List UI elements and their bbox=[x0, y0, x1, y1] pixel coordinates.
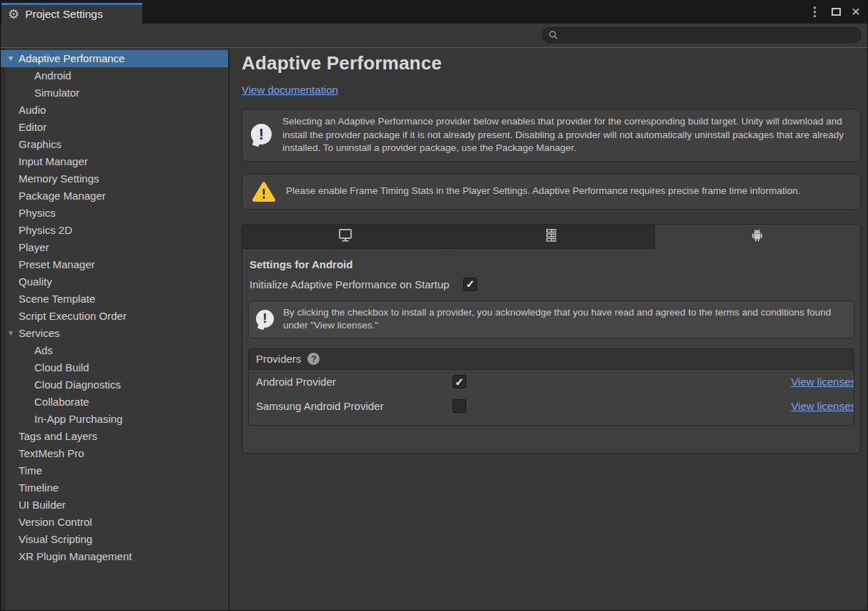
sidebar-item-label: Collaborate bbox=[34, 396, 89, 408]
foldout-arrow-icon[interactable]: ▼ bbox=[7, 50, 14, 67]
sidebar-item-label: Tags and Layers bbox=[19, 430, 97, 442]
gear-icon: ⚙ bbox=[8, 8, 19, 21]
provider-row-samsung-android-provider: Samsung Android ProviderView licenses bbox=[249, 394, 854, 419]
sidebar-item-scene-template[interactable]: Scene Template bbox=[1, 290, 228, 308]
sidebar-item-label: Physics 2D bbox=[19, 224, 72, 236]
sidebar-item-xr-plugin-management[interactable]: XR Plugin Management bbox=[1, 548, 228, 565]
initialize-startup-label: Initialize Adaptive Performance on Start… bbox=[250, 278, 449, 290]
sidebar-item-memory-settings[interactable]: Memory Settings bbox=[1, 170, 228, 187]
view-documentation-link[interactable]: View documentation bbox=[242, 84, 338, 96]
sidebar-item-label: Script Execution Order bbox=[19, 310, 127, 322]
sidebar-item-script-execution-order[interactable]: Script Execution Order bbox=[1, 308, 228, 325]
settings-detail-pane: Adaptive Performance View documentation … bbox=[230, 48, 867, 610]
tab-monitor[interactable] bbox=[242, 225, 448, 249]
sidebar-item-simulator[interactable]: Simulator bbox=[1, 84, 228, 102]
providers-section: Providers ? Android Provider✓View licens… bbox=[248, 348, 854, 426]
sidebar-item-player[interactable]: Player bbox=[1, 239, 228, 256]
sidebar-item-collaborate[interactable]: Collaborate bbox=[1, 394, 228, 411]
sidebar-item-label: Services bbox=[19, 327, 60, 339]
sidebar-item-label: Editor bbox=[19, 121, 46, 133]
sidebar-item-label: Scene Template bbox=[19, 293, 95, 305]
android-icon bbox=[749, 228, 765, 246]
sidebar-item-in-app-purchasing[interactable]: In-App Purchasing bbox=[1, 411, 228, 428]
sidebar-item-ui-builder[interactable]: UI Builder bbox=[1, 497, 228, 514]
sidebar-item-label: Quality bbox=[19, 275, 52, 288]
content-panes: ▼Adaptive PerformanceAndroidSimulatorAud… bbox=[1, 48, 867, 610]
view-licenses-link[interactable]: View licenses bbox=[791, 376, 854, 388]
sidebar-item-label: Time bbox=[19, 464, 42, 476]
sidebar-item-physics[interactable]: Physics bbox=[1, 205, 228, 222]
sidebar-item-label: Cloud Diagnostics bbox=[34, 378, 121, 391]
close-icon[interactable]: × bbox=[852, 4, 860, 19]
warning-icon bbox=[251, 180, 277, 203]
info-icon: ! bbox=[256, 310, 275, 329]
tab-android[interactable] bbox=[655, 225, 860, 249]
build-target-tabbar bbox=[242, 225, 860, 249]
sidebar-item-tags-and-layers[interactable]: Tags and Layers bbox=[1, 428, 228, 445]
sidebar-item-label: Visual Scripting bbox=[19, 533, 92, 545]
sidebar-item-ads[interactable]: Ads bbox=[1, 342, 228, 359]
sidebar-item-label: Input Manager bbox=[19, 155, 88, 167]
sidebar-item-input-manager[interactable]: Input Manager bbox=[1, 153, 228, 170]
provider-info-box: ! Selecting an Adaptive Performance prov… bbox=[242, 109, 861, 162]
sidebar-item-services[interactable]: ▼Services bbox=[1, 325, 228, 342]
help-icon[interactable]: ? bbox=[307, 353, 320, 365]
sidebar-item-android[interactable]: Android bbox=[1, 67, 228, 84]
sidebar-item-adaptive-performance[interactable]: ▼Adaptive Performance bbox=[1, 50, 228, 67]
sidebar-item-physics-2d[interactable]: Physics 2D bbox=[1, 222, 228, 239]
sidebar-item-label: Cloud Build bbox=[34, 361, 89, 373]
provider-checkbox-android-provider[interactable]: ✓ bbox=[453, 375, 466, 388]
sidebar-item-label: UI Builder bbox=[19, 499, 66, 511]
sidebar-item-version-control[interactable]: Version Control bbox=[1, 514, 228, 531]
info-icon: ! bbox=[251, 124, 273, 146]
page-title: Adaptive Performance bbox=[242, 52, 861, 74]
window-controls: ⋮ × bbox=[809, 0, 860, 24]
sidebar-item-label: Player bbox=[19, 241, 49, 253]
initialize-startup-checkbox[interactable]: ✓ bbox=[463, 278, 477, 291]
sidebar-item-label: Timeline bbox=[19, 482, 59, 494]
sidebar-item-visual-scripting[interactable]: Visual Scripting bbox=[1, 531, 228, 548]
settings-for-android-header: Settings for Android bbox=[248, 258, 854, 270]
build-target-panel: Settings for Android Initialize Adaptive… bbox=[242, 224, 861, 454]
sidebar-item-quality[interactable]: Quality bbox=[1, 273, 228, 290]
toolbar bbox=[1, 24, 867, 48]
kebab-menu-icon[interactable]: ⋮ bbox=[809, 4, 821, 19]
frame-timing-warning-text: Please enable Frame Timing Stats in the … bbox=[286, 185, 801, 198]
sidebar-item-label: Graphics bbox=[19, 138, 61, 150]
sidebar-item-label: In-App Purchasing bbox=[34, 413, 122, 425]
sidebar-item-audio[interactable]: Audio bbox=[1, 102, 228, 119]
search-box[interactable] bbox=[542, 27, 862, 43]
sidebar-item-label: Physics bbox=[19, 207, 56, 219]
sidebar-item-editor[interactable]: Editor bbox=[1, 119, 228, 136]
frame-timing-warning-box: Please enable Frame Timing Stats in the … bbox=[242, 174, 861, 210]
title-bar: ⚙ Project Settings ⋮ × bbox=[1, 0, 867, 24]
project-settings-window: ⚙ Project Settings ⋮ × ▼Adaptive Perform… bbox=[0, 0, 868, 611]
sidebar-item-graphics[interactable]: Graphics bbox=[1, 136, 228, 153]
provider-checkbox-samsung-android-provider[interactable] bbox=[453, 399, 466, 413]
view-licenses-link[interactable]: View licenses bbox=[791, 400, 854, 412]
sidebar-item-label: Android bbox=[34, 69, 71, 82]
providers-header: Providers ? bbox=[249, 349, 854, 370]
sidebar-item-preset-manager[interactable]: Preset Manager bbox=[1, 256, 228, 273]
sidebar-item-cloud-diagnostics[interactable]: Cloud Diagnostics bbox=[1, 376, 228, 394]
sidebar-item-package-manager[interactable]: Package Manager bbox=[1, 187, 228, 205]
project-settings-tab[interactable]: ⚙ Project Settings bbox=[1, 3, 142, 24]
license-note-box: ! By clicking the checkbox to install a … bbox=[248, 300, 854, 338]
sidebar-item-label: Package Manager bbox=[19, 190, 106, 202]
foldout-arrow-icon[interactable]: ▼ bbox=[7, 325, 14, 342]
monitor-icon bbox=[337, 227, 354, 246]
sidebar-item-label: Simulator bbox=[34, 87, 79, 99]
tab-dedicated-server[interactable] bbox=[448, 225, 654, 249]
sidebar-item-cloud-build[interactable]: Cloud Build bbox=[1, 359, 228, 376]
maximize-icon[interactable] bbox=[832, 8, 841, 16]
sidebar-item-time[interactable]: Time bbox=[1, 462, 228, 479]
sidebar-item-label: Preset Manager bbox=[19, 258, 95, 270]
sidebar-item-textmesh-pro[interactable]: TextMesh Pro bbox=[1, 445, 228, 462]
sidebar-item-timeline[interactable]: Timeline bbox=[1, 479, 228, 497]
provider-row-android-provider: Android Provider✓View licenses bbox=[249, 370, 854, 394]
sidebar-item-label: TextMesh Pro bbox=[19, 447, 84, 459]
sidebar-item-label: XR Plugin Management bbox=[19, 550, 132, 562]
search-input[interactable] bbox=[558, 29, 855, 41]
provider-name: Android Provider bbox=[256, 376, 453, 388]
settings-category-list: ▼Adaptive PerformanceAndroidSimulatorAud… bbox=[1, 48, 228, 610]
